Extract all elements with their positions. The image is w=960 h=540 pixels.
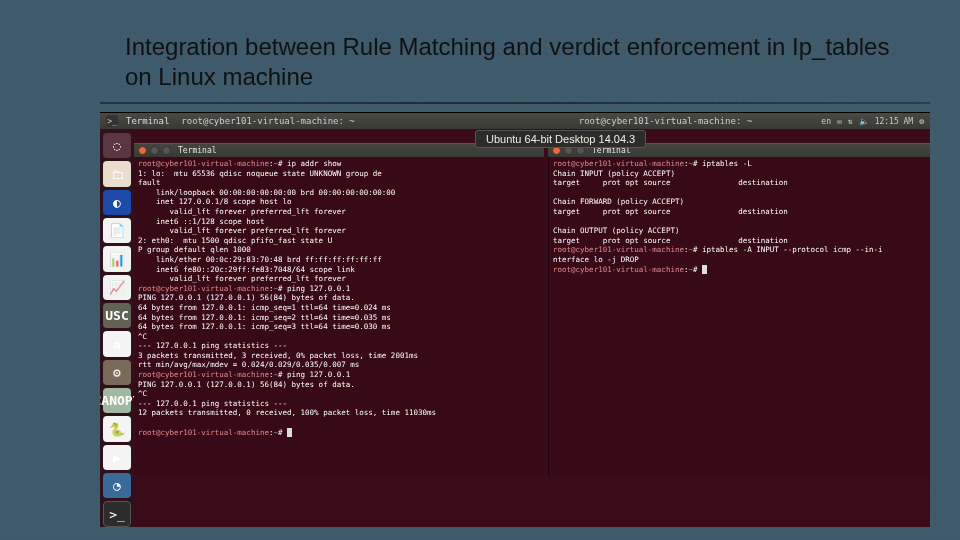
terminal-icon: >_ (106, 115, 118, 127)
terminal-left[interactable]: root@cyber101-virtual-machine:~# ip addr… (134, 157, 544, 477)
blue-app-icon[interactable]: ◔ (103, 473, 131, 498)
window-title: Terminal (178, 146, 217, 155)
menubar-tab-2[interactable]: root@cyber101-virtual-machine: ~ (579, 116, 752, 126)
ubuntu-version-badge: Ubuntu 64-bit Desktop 14.04.3 (475, 130, 646, 148)
session-gear-icon[interactable]: ⚙ (919, 117, 924, 126)
dash-icon[interactable]: ◌ (103, 133, 131, 158)
slide-title: Integration between Rule Matching and ve… (125, 32, 900, 92)
writer-icon[interactable]: 📄 (103, 218, 131, 243)
calc-icon[interactable]: 📊 (103, 246, 131, 271)
terminal-right[interactable]: root@cyber101-virtual-machine:~# iptable… (548, 157, 930, 477)
close-icon[interactable] (138, 146, 147, 155)
sound-indicator-icon[interactable]: 🔈 (859, 117, 869, 126)
clock[interactable]: 12:15 AM (875, 117, 914, 126)
settings-icon[interactable]: ⚙ (103, 360, 131, 385)
menubar-tab-1[interactable]: root@cyber101-virtual-machine: ~ (181, 116, 354, 126)
youtube-icon[interactable]: ▶ (103, 445, 131, 470)
software-center-icon[interactable]: USC (103, 303, 131, 328)
python-icon[interactable]: 🐍 (103, 416, 131, 441)
files-icon[interactable]: 🗀 (103, 161, 131, 186)
minimize-icon[interactable] (150, 146, 159, 155)
amazon-icon[interactable]: a (103, 331, 131, 356)
canopy-icon[interactable]: CANOPY (103, 388, 131, 413)
unity-launcher: ◌ 🗀 ◐ 📄 📊 📈 USC a ⚙ CANOPY 🐍 ▶ ◔ >_ (100, 129, 134, 527)
impress-icon[interactable]: 📈 (103, 275, 131, 300)
ubuntu-desktop: >_ Terminal root@cyber101-virtual-machin… (100, 112, 930, 527)
lang-indicator-icon[interactable]: en (821, 117, 831, 126)
network-indicator-icon[interactable]: ⇅ (848, 117, 853, 126)
menubar-app-name: Terminal (126, 116, 169, 126)
terminal-launcher-icon[interactable]: >_ (103, 501, 131, 527)
maximize-icon[interactable] (162, 146, 171, 155)
mail-indicator-icon[interactable]: ✉ (837, 117, 842, 126)
title-underline (100, 102, 930, 104)
gnome-menubar[interactable]: >_ Terminal root@cyber101-virtual-machin… (100, 113, 930, 129)
firefox-icon[interactable]: ◐ (103, 190, 131, 215)
